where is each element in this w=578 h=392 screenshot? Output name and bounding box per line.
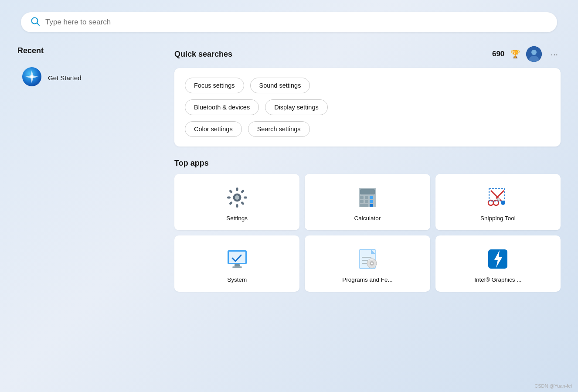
- more-options-button[interactable]: ···: [548, 48, 561, 60]
- settings-icon: [226, 186, 248, 209]
- chip-sound-settings[interactable]: Sound settings: [250, 78, 310, 93]
- snipping-tool-icon: [486, 186, 509, 209]
- app-tile-calculator[interactable]: Calculator: [305, 174, 430, 230]
- qs-row-3: Color settings Search settings: [185, 121, 550, 137]
- svg-rect-39: [229, 252, 245, 263]
- svg-point-9: [531, 50, 537, 55]
- apps-grid: Settings: [174, 174, 561, 292]
- svg-rect-40: [235, 264, 240, 266]
- quick-searches-box: Focus settings Sound settings Bluetooth …: [174, 68, 561, 147]
- app-tile-system[interactable]: System: [174, 235, 299, 292]
- recent-item-get-started[interactable]: Get Started: [17, 63, 157, 92]
- svg-line-1: [37, 23, 39, 25]
- settings-label: Settings: [226, 215, 248, 222]
- app-tile-settings[interactable]: Settings: [174, 174, 299, 230]
- watermark: CSDN @Yuan-fei: [534, 383, 572, 389]
- user-avatar[interactable]: [526, 46, 542, 62]
- programs-icon: [356, 248, 379, 270]
- svg-rect-23: [360, 196, 364, 199]
- svg-rect-14: [236, 204, 238, 208]
- intel-graphics-label: Intel® Graphics ...: [474, 276, 521, 283]
- svg-rect-29: [360, 204, 368, 207]
- qs-row-1: Focus settings Sound settings: [185, 78, 550, 93]
- get-started-icon: [22, 67, 42, 89]
- svg-rect-22: [360, 189, 375, 194]
- svg-rect-13: [236, 187, 238, 191]
- chip-focus-settings[interactable]: Focus settings: [185, 78, 244, 93]
- snipping-tool-label: Snipping Tool: [480, 215, 516, 222]
- svg-rect-24: [365, 196, 368, 199]
- left-panel: Recent: [17, 46, 157, 383]
- search-bar-wrapper: [17, 12, 561, 32]
- calculator-label: Calculator: [354, 215, 381, 222]
- svg-rect-27: [365, 200, 368, 203]
- svg-rect-28: [370, 200, 373, 203]
- svg-point-49: [371, 262, 373, 264]
- intel-graphics-icon: [486, 248, 509, 270]
- search-input[interactable]: [45, 18, 547, 27]
- content-area: Recent: [17, 46, 561, 383]
- right-panel: Quick searches 690 🏆 ···: [174, 46, 561, 383]
- recent-title: Recent: [17, 46, 157, 55]
- qs-score: 690: [492, 50, 504, 58]
- system-icon: [226, 248, 248, 270]
- svg-rect-30: [370, 204, 373, 207]
- svg-rect-19: [241, 201, 245, 205]
- chip-bluetooth-devices[interactable]: Bluetooth & devices: [185, 99, 259, 115]
- svg-point-12: [235, 195, 239, 200]
- svg-rect-26: [360, 200, 364, 203]
- svg-rect-16: [244, 197, 247, 199]
- system-label: System: [227, 276, 247, 283]
- qs-row-2: Bluetooth & devices Display settings: [185, 99, 550, 115]
- trophy-icon: 🏆: [510, 49, 520, 59]
- svg-line-32: [496, 191, 504, 198]
- svg-point-7: [31, 75, 34, 78]
- search-bar: [21, 12, 557, 32]
- svg-rect-17: [241, 189, 245, 193]
- get-started-label: Get Started: [48, 74, 82, 82]
- svg-rect-25: [370, 196, 373, 199]
- quick-searches-title: Quick searches: [174, 50, 492, 59]
- search-icon: [31, 17, 40, 28]
- quick-searches-header: Quick searches 690 🏆 ···: [174, 46, 561, 62]
- qs-actions: 690 🏆 ···: [492, 46, 561, 62]
- top-apps-title: Top apps: [174, 159, 561, 168]
- programs-label: Programs and Fe...: [342, 276, 393, 283]
- app-tile-programs[interactable]: Programs and Fe...: [305, 235, 430, 292]
- chip-color-settings[interactable]: Color settings: [185, 121, 242, 137]
- app-tile-intel-graphics[interactable]: Intel® Graphics ...: [435, 235, 561, 292]
- chip-search-settings[interactable]: Search settings: [248, 121, 310, 137]
- app-tile-snipping-tool[interactable]: Snipping Tool: [435, 174, 561, 230]
- calculator-icon: [356, 186, 379, 209]
- svg-point-37: [497, 198, 500, 201]
- chip-display-settings[interactable]: Display settings: [265, 99, 328, 115]
- svg-rect-18: [229, 201, 233, 205]
- svg-rect-20: [229, 189, 233, 193]
- svg-point-36: [501, 201, 505, 205]
- svg-rect-41: [232, 266, 242, 268]
- svg-rect-15: [227, 197, 231, 199]
